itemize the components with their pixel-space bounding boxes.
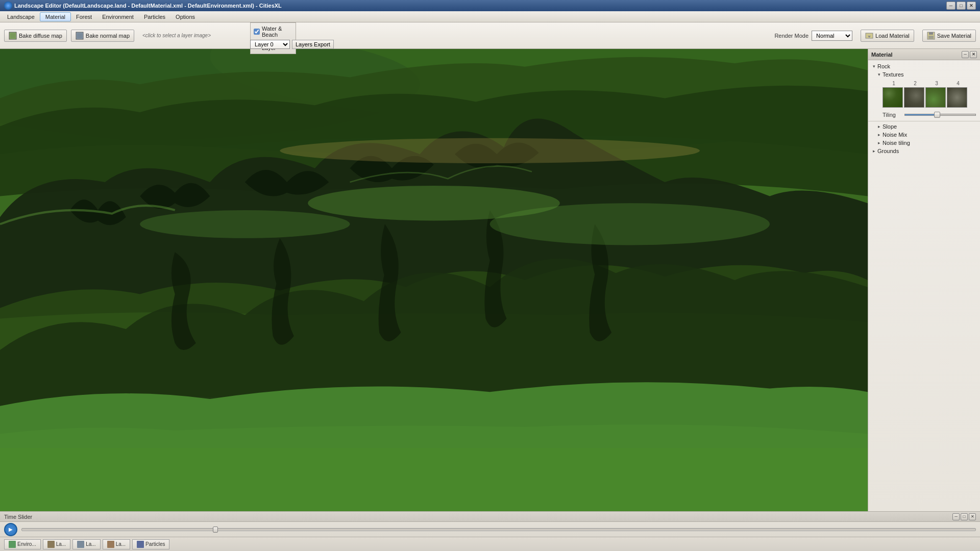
menu-landscape[interactable]: Landscape bbox=[2, 13, 40, 21]
bake-normal-label: Bake normal map bbox=[86, 33, 130, 39]
load-material-label: Load Material bbox=[875, 33, 910, 39]
bake-normal-button[interactable]: Bake normal map bbox=[71, 30, 134, 42]
toolbar-bake-group: Bake diffuse map Bake normal map bbox=[4, 30, 134, 42]
toolbar-click-select: <click to select a layer image> bbox=[142, 33, 211, 38]
texture-thumb-4[interactable] bbox=[947, 87, 967, 108]
water-beach-checkbox[interactable] bbox=[254, 29, 260, 35]
water-beach-item: Water & Beach bbox=[254, 25, 292, 38]
tiling-row: Tiling bbox=[868, 110, 980, 120]
save-material-icon bbox=[927, 32, 935, 40]
divider-1 bbox=[868, 121, 980, 121]
time-track[interactable] bbox=[21, 528, 976, 531]
rock-expand-arrow bbox=[870, 64, 877, 69]
tree-textures-item[interactable]: Textures bbox=[868, 70, 980, 79]
click-to-select-label: <click to select a layer image> bbox=[142, 33, 211, 38]
layer-row: Layer 0 Layer 1 Layer 2 Layer 3 Layers E… bbox=[250, 40, 334, 49]
layers-export-button[interactable]: Layers Export bbox=[292, 40, 334, 49]
footer-buttons: Enviro... La... La... La... Particles bbox=[0, 537, 980, 551]
footer-btn-4-label: La... bbox=[116, 541, 126, 547]
viewport[interactable] bbox=[0, 49, 868, 511]
svg-rect-19 bbox=[0, 448, 868, 511]
texture-thumb-3[interactable] bbox=[925, 87, 946, 108]
tree-noise-mix-item[interactable]: Noise Mix bbox=[868, 131, 980, 139]
panel-header-controls: ─ ✕ bbox=[962, 51, 977, 58]
save-material-button[interactable]: Save Material bbox=[922, 30, 976, 42]
footer-btn-4[interactable]: La... bbox=[103, 539, 130, 549]
noise-tiling-expand-arrow bbox=[875, 140, 883, 145]
layer-select[interactable]: Layer 0 Layer 1 Layer 2 Layer 3 bbox=[250, 40, 290, 49]
textures-label: Textures bbox=[883, 71, 978, 78]
footer-icon-4 bbox=[107, 541, 114, 548]
tiling-slider[interactable] bbox=[904, 114, 976, 116]
time-thumb[interactable] bbox=[213, 527, 218, 533]
particles-icon bbox=[137, 541, 144, 548]
bake-diffuse-icon bbox=[9, 32, 17, 40]
render-mode-select[interactable]: Normal Wireframe Solid bbox=[812, 31, 852, 41]
particles-label: Particles bbox=[145, 541, 165, 547]
bake-diffuse-button[interactable]: Bake diffuse map bbox=[4, 30, 67, 42]
time-slider-content: ▶ bbox=[0, 522, 980, 537]
minimize-button[interactable]: ─ bbox=[946, 2, 955, 10]
time-slider-title: Time Slider bbox=[4, 514, 32, 520]
menu-environment[interactable]: Environment bbox=[97, 13, 139, 21]
time-slider-restore-button[interactable]: □ bbox=[961, 513, 968, 520]
tree-grounds-item[interactable]: Grounds bbox=[868, 147, 980, 155]
panel-header: Material ─ ✕ bbox=[868, 49, 980, 60]
menu-material[interactable]: Material bbox=[40, 12, 71, 21]
rock-label: Rock bbox=[877, 63, 978, 69]
noise-tiling-label: Noise tiling bbox=[883, 140, 978, 146]
main-area: Material ─ ✕ Rock Textures 1 2 bbox=[0, 49, 980, 511]
menu-particles[interactable]: Particles bbox=[139, 13, 170, 21]
titlebar-title: Landscape Editor (DefaultLandscape.land … bbox=[14, 3, 282, 9]
tree-rock-item[interactable]: Rock bbox=[868, 62, 980, 70]
panel-pin-button[interactable]: ─ bbox=[962, 51, 969, 58]
tex-col-3: 3 bbox=[926, 81, 947, 86]
tex-col-1: 1 bbox=[884, 81, 904, 86]
bottom-panel: Time Slider ─ □ ✕ ▶ bbox=[0, 511, 980, 537]
textures-expand-arrow bbox=[875, 72, 883, 77]
toolbar: Bake diffuse map Bake normal map <click … bbox=[0, 22, 980, 49]
footer-btn-3[interactable]: La... bbox=[72, 539, 100, 549]
slope-expand-arrow bbox=[875, 124, 883, 129]
svg-point-16 bbox=[490, 203, 770, 245]
close-button[interactable]: ✕ bbox=[967, 2, 976, 10]
panel-content: Rock Textures 1 2 3 4 bbox=[868, 60, 980, 511]
water-beach-label: Water & Beach bbox=[262, 26, 292, 38]
titlebar-controls[interactable]: ─ □ ✕ bbox=[946, 2, 976, 10]
maximize-button[interactable]: □ bbox=[957, 2, 966, 10]
menu-forest[interactable]: Forest bbox=[71, 13, 97, 21]
texture-thumb-1[interactable] bbox=[883, 87, 903, 108]
app-icon bbox=[4, 2, 12, 10]
save-material-label: Save Material bbox=[937, 33, 971, 39]
enviro-icon bbox=[9, 541, 16, 548]
menu-options[interactable]: Options bbox=[170, 13, 200, 21]
tex-col-headers: 1 2 3 4 bbox=[883, 81, 976, 86]
footer-btn-2[interactable]: La... bbox=[43, 539, 70, 549]
play-icon: ▶ bbox=[9, 527, 13, 532]
menubar: Landscape Material Forest Environment Pa… bbox=[0, 11, 980, 22]
enviro-button[interactable]: Enviro... bbox=[4, 539, 41, 549]
footer-btn-2-label: La... bbox=[56, 541, 66, 547]
footer-icon-2 bbox=[47, 541, 55, 548]
noise-mix-label: Noise Mix bbox=[883, 132, 978, 138]
play-button[interactable]: ▶ bbox=[4, 523, 17, 536]
tree-slope-item[interactable]: Slope bbox=[868, 122, 980, 131]
grounds-label: Grounds bbox=[877, 148, 978, 154]
tree-noise-tiling-item[interactable]: Noise tiling bbox=[868, 139, 980, 147]
terrain-svg bbox=[0, 49, 868, 511]
particles-button[interactable]: Particles bbox=[132, 539, 169, 549]
noise-mix-expand-arrow bbox=[875, 132, 883, 137]
footer-icon-3 bbox=[77, 541, 84, 548]
texture-thumb-2[interactable] bbox=[904, 87, 924, 108]
time-slider-close-button[interactable]: ✕ bbox=[969, 513, 976, 520]
time-slider-pin-button[interactable]: ─ bbox=[952, 513, 960, 520]
render-mode-label: Render Mode bbox=[774, 33, 808, 39]
panel-close-button[interactable]: ✕ bbox=[970, 51, 977, 58]
tiling-label: Tiling bbox=[883, 112, 900, 118]
svg-rect-7 bbox=[929, 32, 933, 35]
landscape-background bbox=[0, 49, 868, 511]
render-mode-group: Render Mode Normal Wireframe Solid bbox=[774, 31, 852, 41]
load-material-icon bbox=[865, 32, 873, 40]
tex-col-4: 4 bbox=[948, 81, 968, 86]
load-material-button[interactable]: Load Material bbox=[861, 30, 914, 42]
